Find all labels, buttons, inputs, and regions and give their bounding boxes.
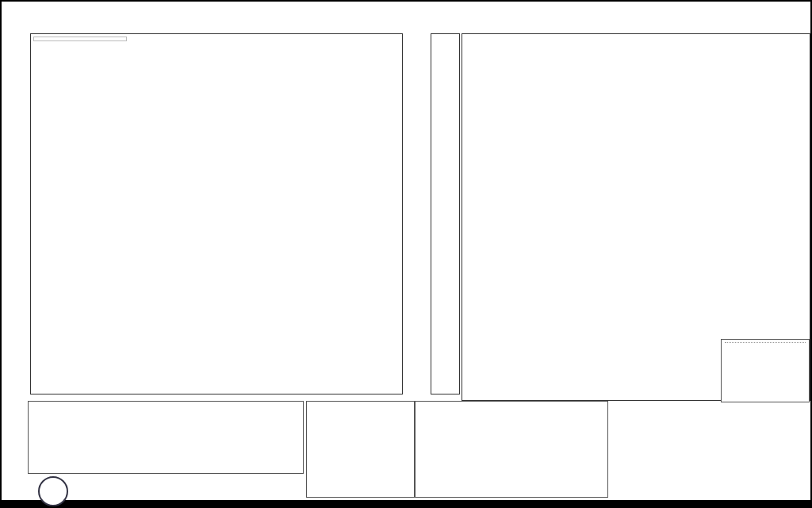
skewt-chart (31, 34, 402, 394)
bottom-bar (2, 500, 810, 506)
skewt-panel (30, 33, 403, 394)
legend-box (33, 37, 127, 41)
moisture-table-box (306, 401, 415, 498)
omega-panel (431, 33, 460, 394)
omega-chart (431, 34, 459, 394)
thermo-table-box (28, 401, 304, 474)
kinematics-table-box (415, 401, 608, 498)
hodograph-panel (462, 33, 810, 401)
srh-info-box (721, 339, 810, 402)
sounderpy-logo (38, 476, 68, 506)
